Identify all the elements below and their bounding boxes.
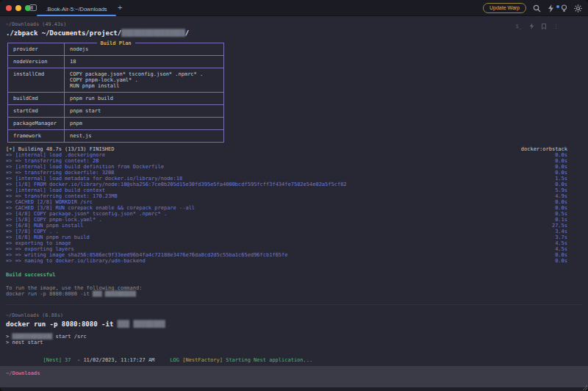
update-warp-button[interactable]: Update Warp — [483, 3, 526, 13]
settings-gear-icon[interactable] — [574, 4, 582, 12]
docker-step-time: 5.9s — [555, 187, 567, 193]
window-bottom-edge — [0, 387, 588, 391]
docker-step-line: => => exporting layers 4.5s — [6, 246, 582, 252]
docker-step-text: => [8/8] RUN pnpm run build — [6, 234, 90, 240]
build-plan-value: COPY package.json* tsconfig.json* .npmrc… — [64, 68, 223, 92]
docker-step-line: => [1/8] FROM docker.io/library/node:18@… — [6, 182, 582, 187]
docker-step-line: => CACHED [3/8] RUN corepack enable && c… — [6, 205, 582, 211]
docker-step-text: => [internal] load build definition from… — [6, 164, 164, 170]
build-plan-key: installCmd — [8, 68, 64, 92]
traffic-lights — [6, 5, 31, 11]
kebab-menu-icon[interactable]: ⋮ — [553, 24, 559, 29]
docker-step-time: 0.5s — [555, 211, 567, 217]
build-plan-key: framework — [8, 130, 64, 142]
build-plan-key: provider — [8, 43, 64, 55]
redacted-image-name: ███ ████████ — [118, 320, 165, 328]
docker-step-text: => => transferring dockerfile: 320B — [6, 170, 115, 176]
docker-step-text: => [5/8] COPY pnpm-lock.yaml* . — [6, 217, 102, 223]
terminal-content: ~/Downloads (49.43s) $_ ⋮ ./zbpack ~/Doc… — [0, 16, 588, 391]
build-plan-rows: provider nodejs nodeVersion 18 installCm… — [8, 43, 223, 142]
block-toolbar: $_ ⋮ — [516, 23, 559, 29]
docker-steps: => [internal] load .dockerignore 0.0s =>… — [6, 152, 582, 264]
build-plan-table: Build Plan provider nodejs nodeVersion 1… — [7, 43, 224, 143]
block-context-line: ~/Downloads (49.43s) — [6, 21, 582, 27]
redacted-image-name: ███ ██████████ — [93, 291, 136, 297]
redacted-package-name: █████████████ — [12, 334, 52, 340]
docker-step-time: 27.5s — [552, 223, 567, 229]
build-plan-value: pnpm run build — [64, 93, 223, 104]
build-plan-key: packageManager — [8, 118, 64, 129]
docker-run-command: docker run -p 8080:8080 -it ███ ████████ — [6, 320, 582, 328]
titlebar-actions: Update Warp — [483, 0, 582, 16]
docker-step-text: => => naming to docker.io/library/udn-ba… — [6, 258, 146, 264]
ai-lightning-icon[interactable] — [548, 4, 554, 12]
block-context-line: ~/Downloads (6.88s) — [6, 312, 582, 318]
docker-step-text: => => exporting layers — [6, 246, 74, 252]
command-text: ./zbpack ~/Documents/project/ — [6, 29, 121, 37]
search-icon[interactable] — [533, 4, 541, 12]
builder-name: docker:orbstack — [521, 146, 567, 152]
docker-step-time: 0.0s — [555, 252, 567, 258]
docker-step-line: => [6/8] RUN pnpm install 27.5s — [6, 223, 582, 229]
docker-step-line: => => writing image sha256:8586ec9f33eed… — [6, 252, 582, 258]
docker-step-time: 4.5s — [555, 240, 567, 246]
bolt-icon[interactable] — [529, 23, 534, 29]
bookmark-icon[interactable] — [542, 24, 546, 29]
suggested-run-command: docker run -p 8080:8080 -it ███ ████████… — [6, 291, 582, 297]
docker-step-line: => => transferring context: 170.23MB 4.9… — [6, 193, 582, 199]
build-plan-value: nodejs — [64, 43, 223, 55]
minimize-window-button[interactable] — [15, 5, 21, 11]
terminal-input-block[interactable]: ~/Downloads — [0, 366, 588, 387]
prompt-directory: ~/Downloads — [6, 370, 40, 376]
docker-step-line: => [internal] load build context 5.9s — [6, 187, 582, 193]
docker-build-summary: [+] Building 48.7s (13/13) FINISHED dock… — [6, 146, 582, 152]
docker-step-text: => [internal] load .dockerignore — [6, 152, 105, 158]
build-plan-key: startCmd — [8, 105, 64, 117]
docker-step-text: => exporting to image — [6, 240, 71, 246]
docker-step-text: => [7/8] COPY . . — [6, 229, 59, 234]
build-plan-row: packageManager pnpm — [8, 117, 223, 129]
terminal-tab[interactable]: .Book-Air-5:~/Downloads — [37, 0, 116, 16]
docker-step-line: => => naming to docker.io/library/udn-ba… — [6, 258, 582, 264]
tips-bulb-icon[interactable] — [561, 4, 567, 12]
build-plan-value: nest.js — [64, 130, 223, 142]
build-plan-value: 18 — [64, 56, 223, 68]
docker-step-line: => exporting to image 4.5s — [6, 240, 582, 246]
docker-step-text: => CACHED [2/8] WORKDIR /src — [6, 199, 93, 205]
docker-step-line: => [internal] load metadata for docker.i… — [6, 176, 582, 182]
new-tab-button[interactable]: + — [118, 0, 122, 15]
build-successful-message: Build successful — [6, 272, 582, 278]
close-window-button[interactable] — [6, 5, 12, 11]
build-plan-key: buildCmd — [8, 93, 64, 104]
resize-handle[interactable] — [582, 385, 587, 390]
shell-prompt-icon[interactable]: $_ — [516, 24, 522, 29]
notification-dot — [556, 5, 559, 8]
docker-step-time: 0.0s — [555, 164, 567, 170]
script-suffix: start /src — [52, 334, 86, 340]
docker-step-line: => => transferring dockerfile: 320B 0.0s — [6, 170, 582, 176]
docker-step-time: 3.7s — [555, 234, 567, 240]
docker-build-output: [+] Building 48.7s (13/13) FINISHED dock… — [6, 146, 582, 264]
window-panel-icon[interactable] — [29, 4, 37, 11]
build-plan-row: nodeVersion 18 — [8, 55, 223, 68]
docker-step-line: => [4/8] COPY package.json* tsconfig.jso… — [6, 211, 582, 217]
warp-terminal-window: .Book-Air-5:~/Downloads + Update Warp ~/ — [0, 0, 588, 391]
docker-step-text: => [internal] load metadata for docker.i… — [6, 176, 182, 182]
suggested-command-text: docker run -p 8080:8080 -it — [6, 291, 93, 297]
docker-step-text: => CACHED [3/8] RUN corepack enable && c… — [6, 205, 195, 211]
build-plan-row: startCmd pnpm start — [8, 104, 223, 117]
docker-step-line: => [8/8] RUN pnpm run build 3.7s — [6, 234, 582, 240]
docker-step-time: 0.1s — [555, 217, 567, 223]
command-text-suffix: / — [185, 29, 189, 37]
docker-step-line: => CACHED [2/8] WORKDIR /src 0.0s — [6, 199, 582, 205]
docker-step-line: => [7/8] COPY . . 3.4s — [6, 229, 582, 234]
docker-step-text: => [4/8] COPY package.json* tsconfig.jso… — [6, 211, 167, 217]
docker-step-time: 3.4s — [555, 229, 567, 234]
docker-step-text: => => writing image sha256:8586ec9f33eed… — [6, 252, 288, 258]
redacted-project-path: ████████████████ — [121, 29, 185, 37]
titlebar: .Book-Air-5:~/Downloads + Update Warp — [0, 0, 588, 16]
command-text: docker run -p 8080:8080 -it — [6, 320, 118, 328]
build-plan-row: buildCmd pnpm run build — [8, 92, 223, 104]
build-plan-value: pnpm start — [64, 105, 223, 117]
command-block-zbpack: ~/Downloads (49.43s) $_ ⋮ ./zbpack ~/Doc… — [0, 16, 588, 305]
